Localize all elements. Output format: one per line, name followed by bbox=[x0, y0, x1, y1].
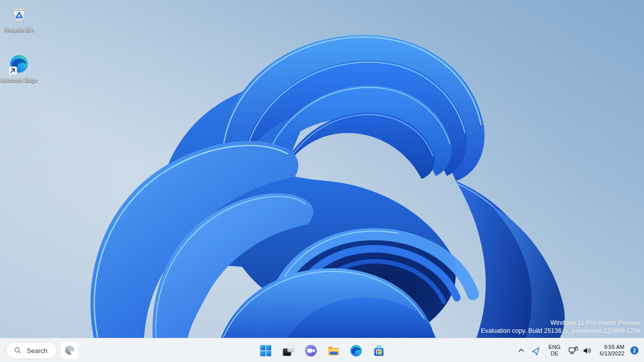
location-indicator[interactable] bbox=[529, 340, 544, 360]
clock-date: 6/13/2022 bbox=[600, 350, 624, 357]
file-explorer-button[interactable] bbox=[324, 340, 344, 360]
ethernet-icon bbox=[568, 345, 579, 356]
chat-icon bbox=[304, 344, 317, 357]
edge-button[interactable] bbox=[346, 340, 366, 360]
speaker-icon bbox=[582, 345, 593, 356]
shortcut-arrow-badge bbox=[9, 67, 17, 75]
watermark-line1: Windows 11 Pro Insider Preview bbox=[481, 319, 640, 327]
location-arrow-icon bbox=[531, 345, 542, 356]
recycle-bin-icon bbox=[8, 3, 30, 25]
desktop-icon-label: Microsoft Edge bbox=[1, 77, 37, 83]
search-icon bbox=[13, 346, 22, 355]
start-button[interactable] bbox=[256, 340, 276, 360]
language-indicator[interactable]: ENG DE bbox=[544, 340, 565, 360]
desktop: Recycle Bin Microsoft Edge bbox=[0, 0, 644, 362]
store-icon bbox=[372, 344, 385, 357]
taskbar-pinned-apps bbox=[256, 338, 389, 362]
globe-cloud-icon bbox=[63, 344, 76, 357]
desktop-icon-microsoft-edge[interactable]: Microsoft Edge bbox=[0, 53, 38, 83]
search-highlights-button[interactable] bbox=[60, 341, 79, 360]
wallpaper-bloom bbox=[0, 0, 644, 362]
chevron-up-icon bbox=[516, 345, 526, 355]
language-secondary: DE bbox=[551, 350, 558, 357]
clock-time: 9:55 AM bbox=[604, 344, 624, 351]
language-primary: ENG bbox=[548, 344, 560, 350]
desktop-icon-recycle-bin[interactable]: Recycle Bin bbox=[0, 3, 38, 33]
edge-icon bbox=[349, 344, 363, 357]
quick-settings-button[interactable] bbox=[565, 340, 596, 360]
system-tray: ENG DE 9:55 AM bbox=[514, 338, 642, 362]
search-label: Search bbox=[27, 347, 47, 354]
task-view-button[interactable] bbox=[278, 340, 298, 360]
taskbar: Search bbox=[0, 338, 644, 362]
hidden-icons-button[interactable] bbox=[514, 340, 529, 360]
task-view-icon bbox=[281, 344, 295, 357]
edge-icon bbox=[8, 53, 30, 75]
bloom-illustration bbox=[0, 0, 644, 362]
desktop-icon-label: Recycle Bin bbox=[5, 27, 34, 33]
clock[interactable]: 9:55 AM 6/13/2022 bbox=[596, 340, 628, 360]
chat-button[interactable] bbox=[301, 340, 321, 360]
start-icon bbox=[259, 344, 272, 357]
notification-badge[interactable]: 2 bbox=[630, 346, 638, 354]
insider-watermark: Windows 11 Pro Insider Preview Evaluatio… bbox=[481, 319, 640, 335]
microsoft-store-button[interactable] bbox=[369, 340, 389, 360]
watermark-line2: Evaluation copy. Build 25136.rs_prerelea… bbox=[481, 327, 640, 335]
file-explorer-icon bbox=[327, 344, 340, 357]
search-box[interactable]: Search bbox=[6, 342, 57, 359]
